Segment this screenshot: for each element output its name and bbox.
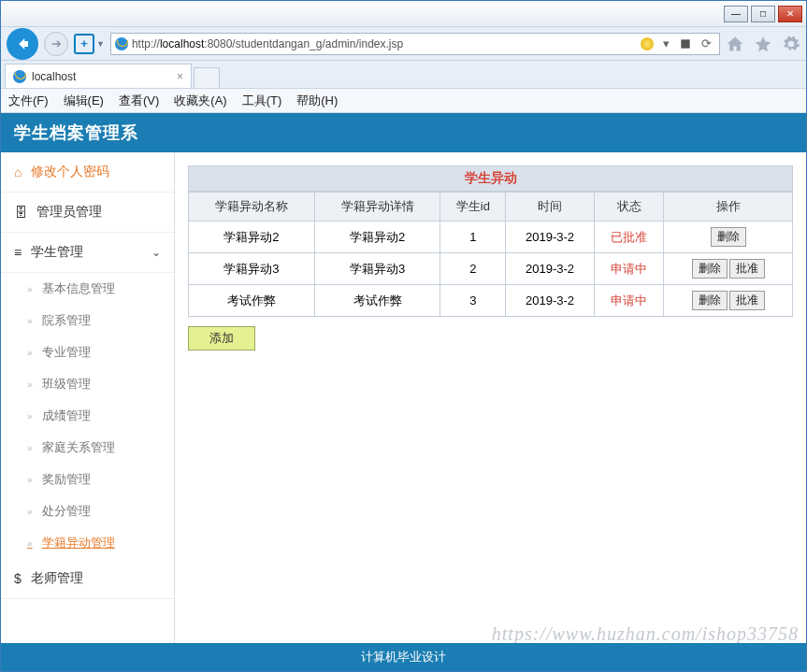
- sidebar-item-admin[interactable]: 🗄 管理员管理: [1, 193, 174, 233]
- table-cell: 2019-3-2: [506, 222, 595, 253]
- menu-edit[interactable]: 编辑(E): [64, 93, 104, 109]
- address-bar[interactable]: http://localhost:8080/studentdangan_g/ad…: [110, 33, 720, 55]
- table-header-cell: 学籍异动详情: [314, 193, 440, 222]
- window-minimize-button[interactable]: —: [724, 6, 748, 22]
- angle-right-icon: »: [27, 284, 33, 294]
- tab-title: localhost: [32, 70, 76, 83]
- compat-view-icon[interactable]: [641, 37, 654, 50]
- sidebar-sub-item[interactable]: »成绩管理: [1, 400, 174, 432]
- approve-button[interactable]: 批准: [729, 259, 765, 279]
- briefcase-icon: 🗄: [14, 205, 27, 220]
- home-icon: ⌂: [14, 164, 22, 179]
- table-header-cell: 状态: [594, 193, 663, 222]
- home-icon[interactable]: [726, 35, 744, 53]
- sidebar-item-label: 学生管理: [31, 244, 83, 261]
- sidebar-sub-label: 奖励管理: [42, 471, 91, 488]
- table-header-cell: 时间: [506, 193, 595, 222]
- data-table: 学籍异动名称学籍异动详情学生id时间状态操作 学籍异动2学籍异动212019-3…: [188, 192, 793, 317]
- table-cell: 2019-3-2: [506, 253, 595, 285]
- table-row: 考试作弊考试作弊32019-3-2申请中删除批准: [189, 285, 793, 317]
- svg-rect-0: [681, 39, 689, 48]
- sidebar-sub-item[interactable]: »处分管理: [1, 495, 174, 527]
- sidebar-item-student[interactable]: ≡ 学生管理 ⌄: [1, 233, 174, 273]
- url-path: :8080/studentdangan_g/admin/index.jsp: [204, 37, 403, 50]
- sidebar-sub-item[interactable]: »专业管理: [1, 336, 174, 368]
- sidebar-sub-label: 基本信息管理: [42, 280, 115, 297]
- table-cell: 学籍异动2: [314, 222, 440, 253]
- ops-cell: 删除批准: [664, 285, 793, 317]
- tab-close-icon[interactable]: ×: [177, 70, 183, 83]
- sidebar-sub-label: 处分管理: [42, 503, 91, 520]
- table-row: 学籍异动3学籍异动322019-3-2申请中删除批准: [189, 253, 793, 285]
- delete-button[interactable]: 删除: [711, 227, 746, 247]
- table-cell: 考试作弊: [189, 285, 315, 317]
- app-title: 学生档案管理系: [14, 122, 138, 144]
- status-text: 已批准: [611, 230, 647, 244]
- menu-tools[interactable]: 工具(T): [242, 93, 282, 109]
- security-shield-icon[interactable]: +: [74, 34, 94, 54]
- angle-right-icon: »: [27, 411, 33, 422]
- window-maximize-button[interactable]: □: [751, 6, 775, 22]
- sidebar-sub-item[interactable]: »基本信息管理: [1, 273, 174, 305]
- nav-back-button[interactable]: [7, 28, 38, 60]
- sidebar-item-teacher[interactable]: $ 老师管理: [1, 559, 174, 599]
- sidebar-sub-item[interactable]: »院系管理: [1, 305, 174, 336]
- sidebar-sub-item[interactable]: »学籍异动管理: [1, 527, 174, 559]
- browser-tabs: localhost ×: [1, 61, 806, 89]
- ie-favicon-icon: [115, 37, 128, 50]
- table-cell: 2019-3-2: [506, 285, 595, 317]
- sidebar-sub-label: 学籍异动管理: [42, 535, 115, 551]
- address-dropdown-icon[interactable]: ▾: [663, 36, 670, 50]
- menu-help[interactable]: 帮助(H): [296, 93, 338, 109]
- new-tab-button[interactable]: [194, 67, 220, 88]
- table-cell: 学籍异动2: [189, 222, 315, 253]
- address-url: http://localhost:8080/studentdangan_g/ad…: [132, 37, 633, 50]
- angle-right-icon: »: [27, 379, 33, 390]
- url-scheme: http://: [132, 37, 160, 50]
- menu-view[interactable]: 查看(V): [119, 93, 159, 109]
- app-header: 学生档案管理系: [1, 113, 806, 152]
- settings-gear-icon[interactable]: [782, 35, 800, 53]
- table-cell: 3: [440, 285, 506, 317]
- delete-button[interactable]: 删除: [692, 291, 728, 310]
- status-text: 申请中: [611, 293, 647, 307]
- list-icon: ≡: [14, 245, 22, 260]
- status-cell: 申请中: [594, 253, 663, 285]
- sidebar-sub-label: 班级管理: [42, 376, 91, 393]
- sidebar-sub-label: 家庭关系管理: [42, 439, 115, 456]
- sidebar-sub-item[interactable]: »班级管理: [1, 368, 174, 400]
- footer: 计算机毕业设计: [1, 643, 806, 671]
- table-cell: 学籍异动3: [189, 253, 315, 285]
- sidebar-item-password[interactable]: ⌂ 修改个人密码: [1, 152, 174, 193]
- menu-file[interactable]: 文件(F): [8, 93, 49, 109]
- window-close-button[interactable]: ✕: [778, 6, 802, 22]
- window-titlebar: — □ ✕: [1, 1, 806, 27]
- footer-text: 计算机毕业设计: [361, 649, 446, 665]
- tab-favicon-icon: [13, 70, 26, 83]
- angle-right-icon: »: [27, 538, 33, 549]
- url-host: localhost: [160, 37, 204, 50]
- address-tools: ▾ ⟳: [637, 36, 715, 50]
- browser-tab[interactable]: localhost ×: [5, 64, 192, 88]
- approve-button[interactable]: 批准: [729, 291, 765, 310]
- main-content: 学生异动 学籍异动名称学籍异动详情学生id时间状态操作 学籍异动2学籍异动212…: [175, 152, 806, 645]
- angle-right-icon: »: [27, 348, 33, 358]
- add-button[interactable]: 添加: [188, 326, 255, 350]
- sidebar-sub-item[interactable]: »奖励管理: [1, 464, 174, 495]
- delete-button[interactable]: 删除: [692, 259, 728, 279]
- angle-right-icon: »: [27, 316, 33, 326]
- angle-right-icon: »: [27, 507, 33, 517]
- sidebar-submenu: »基本信息管理»院系管理»专业管理»班级管理»成绩管理»家庭关系管理»奖励管理»…: [1, 273, 174, 559]
- browser-nav-bar: ➔ + ▼ http://localhost:8080/studentdanga…: [1, 27, 806, 61]
- menu-favorites[interactable]: 收藏夹(A): [174, 93, 226, 109]
- sidebar-sub-item[interactable]: »家庭关系管理: [1, 432, 174, 464]
- stop-icon[interactable]: [679, 37, 692, 50]
- table-cell: 学籍异动3: [314, 253, 440, 285]
- favorites-star-icon[interactable]: [754, 35, 772, 53]
- sidebar-sub-label: 专业管理: [42, 344, 91, 361]
- panel-title: 学生异动: [188, 165, 793, 192]
- refresh-icon[interactable]: ⟳: [701, 36, 712, 50]
- shield-dropdown-icon[interactable]: ▼: [96, 39, 105, 49]
- nav-forward-button[interactable]: ➔: [44, 32, 68, 56]
- status-cell: 已批准: [594, 222, 663, 253]
